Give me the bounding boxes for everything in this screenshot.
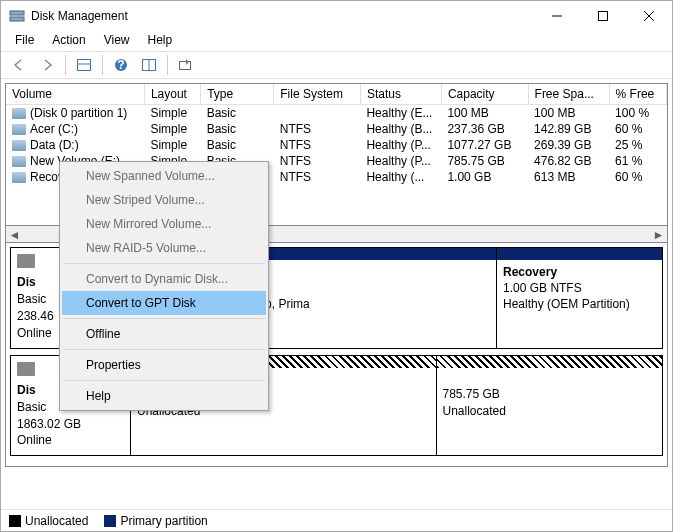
col-status[interactable]: Status bbox=[360, 84, 441, 105]
cell-capacity: 100 MB bbox=[441, 105, 528, 122]
disk0-name: Dis bbox=[17, 275, 36, 289]
col-filesystem[interactable]: File System bbox=[274, 84, 361, 105]
forward-button[interactable] bbox=[35, 54, 59, 76]
cell-fs bbox=[274, 105, 361, 122]
view-button[interactable] bbox=[137, 54, 161, 76]
svg-rect-3 bbox=[599, 12, 608, 21]
cell-pct: 61 % bbox=[609, 153, 666, 169]
menu-file[interactable]: File bbox=[7, 31, 42, 51]
cell-volume: Acer (C:) bbox=[6, 121, 144, 137]
disk1-name: Dis bbox=[17, 383, 36, 397]
ctx-offline[interactable]: Offline bbox=[62, 322, 266, 346]
legend-primary: Primary partition bbox=[104, 514, 207, 528]
disk-icon bbox=[17, 362, 35, 376]
scroll-left-icon[interactable]: ◄ bbox=[6, 226, 23, 243]
menu-help[interactable]: Help bbox=[140, 31, 181, 51]
window-title: Disk Management bbox=[31, 9, 128, 23]
menu-bar: File Action View Help bbox=[1, 31, 672, 51]
cell-type: Basic bbox=[201, 105, 274, 122]
ctx-new-spanned[interactable]: New Spanned Volume... bbox=[62, 164, 266, 188]
cell-layout: Simple bbox=[144, 137, 200, 153]
cell-pct: 60 % bbox=[609, 121, 666, 137]
ctx-new-striped[interactable]: New Striped Volume... bbox=[62, 188, 266, 212]
cell-volume: Data (D:) bbox=[6, 137, 144, 153]
col-pctfree[interactable]: % Free bbox=[609, 84, 666, 105]
svg-rect-0 bbox=[10, 11, 24, 15]
disk1-type: Basic bbox=[17, 400, 46, 414]
ctx-new-raid5[interactable]: New RAID-5 Volume... bbox=[62, 236, 266, 260]
ctx-help[interactable]: Help bbox=[62, 384, 266, 408]
cell-capacity: 1077.27 GB bbox=[441, 137, 528, 153]
disk1-unallocated-2[interactable]: 785.75 GB Unallocated bbox=[437, 356, 663, 456]
disk0-status: Online bbox=[17, 326, 52, 340]
col-volume[interactable]: Volume bbox=[6, 84, 144, 105]
col-type[interactable]: Type bbox=[201, 84, 274, 105]
disk0-size: 238.46 bbox=[17, 309, 54, 323]
back-button[interactable] bbox=[7, 54, 31, 76]
cell-pct: 100 % bbox=[609, 105, 666, 122]
menu-action[interactable]: Action bbox=[44, 31, 93, 51]
col-capacity[interactable]: Capacity bbox=[441, 84, 528, 105]
cell-status: Healthy (P... bbox=[360, 153, 441, 169]
svg-rect-1 bbox=[10, 17, 24, 21]
ctx-convert-gpt[interactable]: Convert to GPT Disk bbox=[62, 291, 266, 315]
disk-icon bbox=[17, 254, 35, 268]
legend-swatch-unallocated bbox=[9, 515, 21, 527]
table-row[interactable]: (Disk 0 partition 1)SimpleBasicHealthy (… bbox=[6, 105, 667, 122]
cell-type: Basic bbox=[201, 137, 274, 153]
volume-icon bbox=[12, 140, 26, 151]
cell-status: Healthy (P... bbox=[360, 137, 441, 153]
volume-icon bbox=[12, 108, 26, 119]
cell-fs: NTFS bbox=[274, 169, 361, 185]
cell-fs: NTFS bbox=[274, 153, 361, 169]
menu-view[interactable]: View bbox=[96, 31, 138, 51]
svg-rect-12 bbox=[180, 62, 191, 70]
ctx-new-mirrored[interactable]: New Mirrored Volume... bbox=[62, 212, 266, 236]
disk0-partition-recovery[interactable]: Recovery 1.00 GB NTFS Healthy (OEM Parti… bbox=[497, 248, 662, 348]
cell-status: Healthy (B... bbox=[360, 121, 441, 137]
scroll-right-icon[interactable]: ► bbox=[650, 226, 667, 243]
cell-layout: Simple bbox=[144, 105, 200, 122]
col-layout[interactable]: Layout bbox=[144, 84, 200, 105]
partition-name: Recovery bbox=[503, 265, 557, 279]
cell-capacity: 1.00 GB bbox=[441, 169, 528, 185]
legend: Unallocated Primary partition bbox=[1, 509, 672, 531]
cell-status: Healthy (... bbox=[360, 169, 441, 185]
cell-layout: Simple bbox=[144, 121, 200, 137]
col-freespace[interactable]: Free Spa... bbox=[528, 84, 609, 105]
legend-swatch-primary bbox=[104, 515, 116, 527]
cell-status: Healthy (E... bbox=[360, 105, 441, 122]
cell-free: 142.89 GB bbox=[528, 121, 609, 137]
settings-button[interactable] bbox=[174, 54, 198, 76]
cell-pct: 25 % bbox=[609, 137, 666, 153]
maximize-button[interactable] bbox=[580, 1, 626, 31]
help-button[interactable]: ? bbox=[109, 54, 133, 76]
cell-capacity: 785.75 GB bbox=[441, 153, 528, 169]
toolbar: ? bbox=[1, 51, 672, 79]
cell-free: 476.82 GB bbox=[528, 153, 609, 169]
table-row[interactable]: Data (D:)SimpleBasicNTFSHealthy (P...107… bbox=[6, 137, 667, 153]
ctx-convert-dynamic[interactable]: Convert to Dynamic Disk... bbox=[62, 267, 266, 291]
cell-free: 100 MB bbox=[528, 105, 609, 122]
view-panes-button[interactable] bbox=[72, 54, 96, 76]
ctx-properties[interactable]: Properties bbox=[62, 353, 266, 377]
partition-status: Unallocated bbox=[443, 404, 506, 418]
table-row[interactable]: Acer (C:)SimpleBasicNTFSHealthy (B...237… bbox=[6, 121, 667, 137]
close-button[interactable] bbox=[626, 1, 672, 31]
cell-capacity: 237.36 GB bbox=[441, 121, 528, 137]
partition-size: 785.75 GB bbox=[443, 387, 500, 401]
partition-fs: 1.00 GB NTFS bbox=[503, 281, 582, 295]
partition-status: Healthy (OEM Partition) bbox=[503, 297, 630, 311]
volume-icon bbox=[12, 124, 26, 135]
legend-unallocated: Unallocated bbox=[9, 514, 88, 528]
minimize-button[interactable] bbox=[534, 1, 580, 31]
disk1-status: Online bbox=[17, 433, 52, 447]
svg-rect-6 bbox=[78, 60, 91, 71]
title-bar: Disk Management bbox=[1, 1, 672, 31]
disk0-type: Basic bbox=[17, 292, 46, 306]
volume-icon bbox=[12, 172, 26, 183]
disk-mgmt-icon bbox=[9, 8, 25, 24]
cell-type: Basic bbox=[201, 121, 274, 137]
svg-text:?: ? bbox=[117, 58, 124, 72]
cell-free: 269.39 GB bbox=[528, 137, 609, 153]
